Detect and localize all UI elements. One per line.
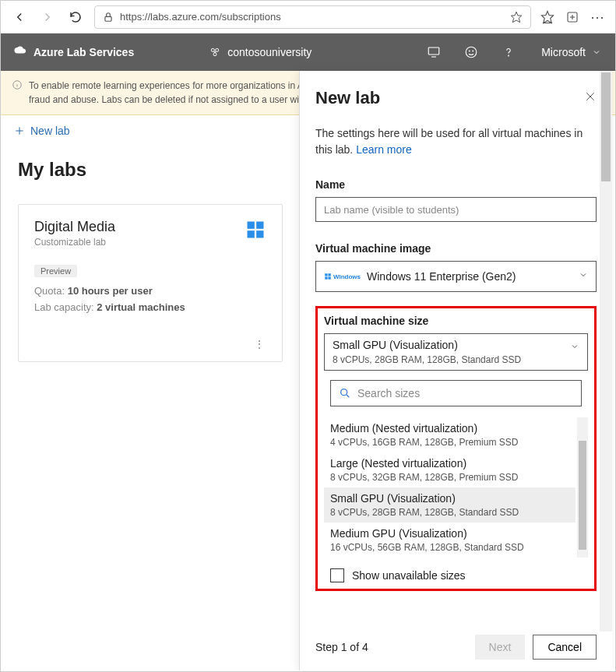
search-placeholder: Search sizes xyxy=(357,387,420,399)
preview-badge: Preview xyxy=(34,265,77,277)
close-button[interactable] xyxy=(584,90,597,106)
option-name: Large (Nested virtualization) xyxy=(330,457,569,470)
quota-value: 10 hours per user xyxy=(68,285,153,297)
capacity-label: Lab capacity: xyxy=(34,301,94,313)
svg-point-14 xyxy=(466,47,477,58)
app-header: Azure Lab Services contosouniversity Mic… xyxy=(1,33,615,71)
new-lab-label: New lab xyxy=(30,125,70,137)
selected-size-spec: 8 vCPUs, 28GB RAM, 128GB, Standard SSD xyxy=(333,354,579,365)
option-name: Medium GPU (Visualization) xyxy=(330,527,569,540)
plus-icon xyxy=(13,125,26,137)
star-plus-icon[interactable] xyxy=(510,11,523,23)
svg-point-16 xyxy=(473,51,473,51)
feedback-icon[interactable] xyxy=(452,33,490,71)
browser-toolbar: https://labs.azure.com/subscriptions ⋯ xyxy=(1,1,615,33)
selected-size-name: Small GPU (Visualization) xyxy=(333,339,579,351)
size-option[interactable]: Large (Nested virtualization)8 vCPUs, 32… xyxy=(324,452,576,487)
azure-logo-icon xyxy=(13,45,27,59)
refresh-button[interactable] xyxy=(66,8,85,26)
capacity-value: 2 virtual machines xyxy=(97,301,185,313)
org-icon xyxy=(209,46,221,58)
learn-more-link[interactable]: Learn more xyxy=(356,143,412,156)
address-bar[interactable]: https://labs.azure.com/subscriptions xyxy=(94,5,531,29)
svg-rect-29 xyxy=(325,273,327,276)
size-option[interactable]: Medium GPU (Visualization)16 vCPUs, 56GB… xyxy=(324,522,576,558)
flyout-description: The settings here will be used for all v… xyxy=(315,125,597,158)
svg-rect-25 xyxy=(248,230,255,237)
vm-image-select[interactable]: Windows Windows 11 Enterprise (Gen2) xyxy=(315,261,597,292)
lab-card-meta: Quota: 10 hours per user Lab capacity: 2… xyxy=(34,283,266,316)
option-name: Small GPU (Visualization) xyxy=(330,492,569,505)
lab-card-title: Digital Media xyxy=(34,219,266,235)
collections-icon[interactable] xyxy=(565,10,579,24)
scrollbar-thumb[interactable] xyxy=(601,72,611,181)
size-option[interactable]: Medium (Nested virtualization)4 vCPUs, 1… xyxy=(324,417,576,452)
quota-label: Quota: xyxy=(34,285,65,297)
lab-card[interactable]: Digital Media Customizable lab Preview Q… xyxy=(18,204,283,362)
back-button[interactable] xyxy=(10,8,29,26)
size-option[interactable]: Small GPU (Visualization)8 vCPUs, 28GB R… xyxy=(324,487,576,522)
show-unavailable-checkbox[interactable]: Show unavailable sizes xyxy=(324,568,588,582)
size-label: Virtual machine size xyxy=(324,315,588,327)
svg-line-11 xyxy=(215,51,216,53)
size-dropdown: Search sizes Medium (Nested virtualizati… xyxy=(324,380,588,582)
flyout-footer: Step 1 of 4 Next Cancel xyxy=(315,624,597,660)
close-icon xyxy=(584,90,597,103)
option-spec: 16 vCPUs, 56GB RAM, 128GB, Standard SSD xyxy=(330,542,569,553)
chevron-down-icon xyxy=(579,269,588,282)
step-indicator: Step 1 of 4 xyxy=(315,641,368,653)
svg-marker-1 xyxy=(511,12,521,22)
size-search-input[interactable]: Search sizes xyxy=(330,380,582,406)
svg-point-15 xyxy=(470,51,470,51)
size-options-list: Medium (Nested virtualization)4 vCPUs, 1… xyxy=(324,417,588,558)
account-menu[interactable]: Microsoft xyxy=(527,46,615,58)
more-icon[interactable]: ⋯ xyxy=(590,9,606,26)
brand-text: Azure Lab Services xyxy=(33,46,134,58)
help-icon[interactable] xyxy=(490,33,527,71)
new-lab-button[interactable]: New lab xyxy=(13,125,70,137)
vm-image-value: Windows 11 Enterprise (Gen2) xyxy=(367,270,516,283)
checkbox-box[interactable] xyxy=(330,568,344,582)
vm-size-select[interactable]: Small GPU (Visualization) 8 vCPUs, 28GB … xyxy=(324,333,588,371)
option-spec: 8 vCPUs, 32GB RAM, 128GB, Premium SSD xyxy=(330,472,569,483)
cancel-button[interactable]: Cancel xyxy=(533,635,597,660)
card-more-icon[interactable]: ⋮ xyxy=(34,338,266,350)
favorites-icon[interactable] xyxy=(540,10,554,24)
option-name: Medium (Nested virtualization) xyxy=(330,422,569,435)
svg-rect-24 xyxy=(256,222,263,229)
windows-tag-icon: Windows xyxy=(324,273,361,280)
info-icon xyxy=(12,79,23,94)
lab-name-input[interactable] xyxy=(315,197,597,222)
org-name: contosouniversity xyxy=(227,46,312,58)
forward-button[interactable] xyxy=(38,8,57,26)
chevron-down-icon xyxy=(592,47,601,57)
image-label: Virtual machine image xyxy=(315,242,597,255)
brand[interactable]: Azure Lab Services xyxy=(1,45,146,59)
svg-rect-30 xyxy=(328,273,330,276)
org-selector[interactable]: contosouniversity xyxy=(193,46,327,58)
flyout-title: New lab xyxy=(315,88,380,108)
chevron-down-icon xyxy=(570,340,579,354)
search-icon xyxy=(339,387,351,399)
svg-rect-23 xyxy=(248,222,255,229)
svg-rect-32 xyxy=(328,276,330,279)
windows-icon xyxy=(245,219,266,244)
option-spec: 4 vCPUs, 16GB RAM, 128GB, Premium SSD xyxy=(330,437,569,448)
next-button[interactable]: Next xyxy=(475,635,526,660)
option-spec: 8 vCPUs, 28GB RAM, 128GB, Standard SSD xyxy=(330,507,569,518)
svg-point-9 xyxy=(213,53,216,56)
lock-icon xyxy=(103,12,114,23)
checkbox-label: Show unavailable sizes xyxy=(352,569,466,582)
screen-icon[interactable] xyxy=(415,33,452,71)
account-name: Microsoft xyxy=(541,46,586,58)
vm-size-section: Virtual machine size Small GPU (Visualiz… xyxy=(315,306,597,591)
svg-marker-2 xyxy=(542,11,554,23)
lab-card-subtitle: Customizable lab xyxy=(34,237,266,248)
options-scrollbar-thumb[interactable] xyxy=(579,441,586,550)
url-text: https://labs.azure.com/subscriptions xyxy=(120,11,281,23)
svg-rect-0 xyxy=(105,16,111,21)
scrollbar-track[interactable] xyxy=(600,71,612,632)
svg-rect-12 xyxy=(428,47,439,55)
svg-rect-31 xyxy=(325,276,327,279)
options-scrollbar-track[interactable] xyxy=(577,417,588,558)
